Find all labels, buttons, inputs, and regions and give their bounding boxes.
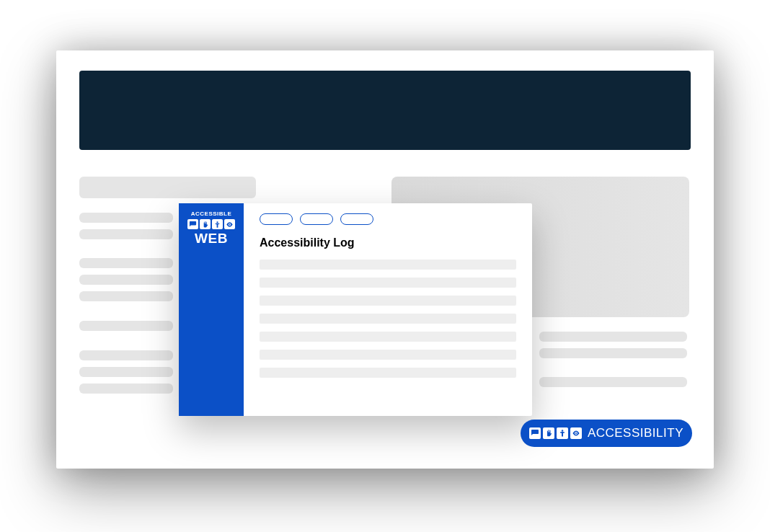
skeleton-line [79,321,173,331]
eye-icon [570,427,582,439]
hand-icon [543,427,554,439]
person-icon [557,427,568,439]
skeleton-line [79,275,173,285]
log-line [260,314,516,324]
skeleton-line [79,291,173,301]
skeleton-title [79,177,256,198]
logo-top-text: ACCESSIBLE [185,210,238,217]
eye-icon [224,219,235,229]
skeleton-line [539,348,687,358]
pill-tab[interactable] [340,213,373,225]
logo-icons [185,219,238,229]
skeleton-line [539,377,687,387]
log-line [260,350,516,360]
skeleton-line [539,332,687,342]
person-icon [212,219,223,229]
svg-point-3 [575,433,577,434]
svg-point-1 [229,223,231,225]
log-line [260,332,516,342]
log-line [260,296,516,306]
skeleton-line [79,213,173,223]
pill-tab[interactable] [260,213,293,225]
panel-title: Accessibility Log [260,236,516,249]
accessibility-panel: ACCESSIBLE WEB Accessibility Log [179,203,532,416]
pill-tab[interactable] [300,213,333,225]
logo-bottom-text: WEB [185,231,238,245]
log-line [260,278,516,288]
svg-point-0 [216,221,218,223]
skeleton-line [79,367,173,377]
badge-icons [529,427,582,439]
badge-label: ACCESSIBILITY [588,426,683,440]
accessibility-badge[interactable]: ACCESSIBILITY [521,420,692,447]
skeleton-line [79,384,173,394]
skeleton-line [79,229,173,239]
skeleton-line [79,258,173,268]
skeleton-line [79,350,173,360]
panel-main: Accessibility Log [244,203,532,416]
speech-icon [187,219,198,229]
svg-point-2 [562,430,564,432]
log-line [260,368,516,378]
pill-tabs [260,213,516,225]
panel-sidebar: ACCESSIBLE WEB [179,203,244,416]
speech-icon [529,427,541,439]
log-line [260,260,516,270]
header-banner [79,71,691,150]
hand-icon [200,219,211,229]
